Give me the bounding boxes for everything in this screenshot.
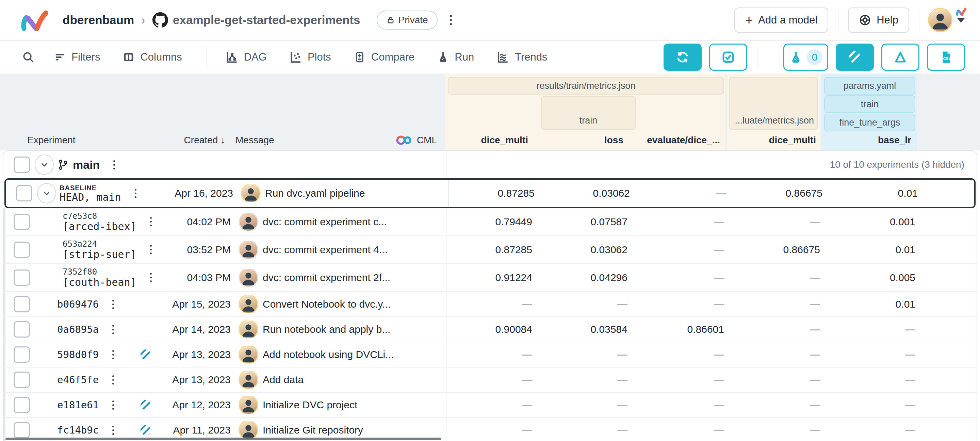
group-header-results-train-metrics[interactable]: results/train/metrics.json [448,77,724,95]
column-header-dice-multi[interactable]: dice_multi [442,135,533,150]
row-checkbox[interactable] [14,296,30,312]
metric-value: — [826,374,921,385]
filters-button[interactable]: Filters [54,51,100,63]
metric-value: — [538,399,633,411]
row-checkbox[interactable] [14,422,30,438]
breadcrumb-repo[interactable]: example-get-started-experiments [153,12,360,28]
group-header-evaluate-metrics[interactable]: ...luate/metrics.json [729,77,818,130]
dag-label: DAG [244,51,267,63]
experiment-row-653a224[interactable]: 653a224 [strip-suer] 03:52 PM dvc: commi… [3,236,977,264]
row-menu-kebab[interactable] [108,423,119,438]
column-header-cml[interactable]: CML [394,135,437,146]
dag-button[interactable]: DAG [226,51,267,64]
breadcrumb-separator-icon: › [142,13,145,27]
metric-value: — [633,244,730,256]
column-header-message[interactable]: Message [235,135,274,146]
branch-checkbox[interactable] [14,156,30,173]
row-menu-kebab[interactable] [145,270,156,285]
metric-value: — [730,216,826,228]
horizontal-scrollbar[interactable] [5,438,441,440]
experiment-row-c7e53c8[interactable]: c7e53c8 [arced-ibex] 04:02 PM dvc: commi… [3,208,977,236]
row-menu-kebab[interactable] [108,347,119,362]
compare-button[interactable]: Compare [353,51,415,63]
studio-logo-icon[interactable] [19,6,50,34]
metric-value: 0.86675 [730,244,826,256]
metric-value: — [730,298,826,310]
breadcrumb-owner[interactable]: dberenbaum [63,13,134,27]
experiments-table: main 10 of 10 experiments (3 hidden) BAS… [3,150,977,441]
row-checkbox[interactable] [16,185,32,201]
row-metrics: 0.872850.03062—0.866750.01 [446,236,977,263]
plots-label: Plots [308,51,331,63]
add-model-button[interactable]: + Add a model [734,8,828,33]
branch-menu-kebab[interactable] [108,158,120,172]
repo-menu-kebab[interactable] [445,12,457,28]
metric-value: — [447,349,538,360]
experiments-summary: 10 of 10 experiments (3 hidden) [830,159,977,170]
select-rows-button[interactable] [709,43,747,71]
metric-value: — [538,424,633,436]
row-checkbox[interactable] [14,346,30,363]
column-header-created[interactable]: Created ↓ [151,135,229,146]
group-header-train[interactable]: train [541,96,636,130]
experiment-row-7352f80[interactable]: 7352f80 [couth-bean] 04:03 PM dvc: commi… [3,264,977,292]
created-cell: Apr 11, 2023 [156,424,235,436]
row-checkbox[interactable] [14,269,30,286]
group-header-fine-tune-args[interactable]: fine_tune_args [824,114,915,131]
search-button[interactable] [22,51,35,64]
row-checkbox[interactable] [14,214,30,230]
metric-value: 0.005 [826,272,921,283]
column-header-loss[interactable]: loss [533,135,629,150]
column-header-evaluate-dice[interactable]: evaluate/dice_... [629,135,725,150]
experiment-row-baseline[interactable]: BASELINE HEAD, main Apr 16, 2023 Run dvc… [5,178,975,208]
metric-value: — [730,323,826,335]
metric-value: — [633,349,730,360]
user-menu[interactable] [929,9,965,31]
group-header-params-train[interactable]: train [824,95,915,113]
row-checkbox[interactable] [14,372,30,388]
metric-value: 0.87285 [447,244,538,256]
row-menu-kebab[interactable] [130,186,141,201]
commit-message: Add data [263,374,304,385]
column-header-dice-multi-2[interactable]: dice_multi [725,135,821,150]
help-button[interactable]: Help [848,8,909,33]
row-menu-kebab[interactable] [108,322,119,337]
collapse-branch-button[interactable] [35,154,54,175]
row-menu-kebab[interactable] [108,297,119,312]
row-menu-kebab[interactable] [145,214,156,229]
experiment-row-e181e61[interactable]: e181e61 Apr 12, 2023 Initialize DVC proj… [3,393,977,418]
experiment-row-0a6895a[interactable]: 0a6895a Apr 14, 2023 Run notebook and ap… [3,317,977,342]
group-header-params-yaml[interactable]: params.yaml [824,77,915,95]
row-checkbox[interactable] [14,397,30,413]
author-avatar [242,185,259,202]
metric-value: — [635,188,732,199]
column-header-experiment[interactable]: Experiment [27,135,76,146]
created-cell: 03:52 PM [156,244,235,256]
toggle-hidden-button[interactable] [836,43,874,71]
experiment-row-e46f5fe[interactable]: e46f5fe Apr 13, 2023 Add data ————— [3,368,977,393]
refresh-button[interactable] [663,43,702,71]
collapse-commit-button[interactable] [37,183,56,204]
experiment-row-b069476[interactable]: b069476 Apr 15, 2023 Convert Notebook to… [3,292,977,317]
caret-down-icon [957,18,965,23]
commit-message: Convert Notebook to dvc.y... [263,298,391,310]
row-checkbox[interactable] [14,321,30,338]
experiment-row-598d0f9[interactable]: 598d0f9 Apr 13, 2023 Add notebook using … [3,342,977,368]
delta-view-button[interactable] [881,43,920,71]
experiment-name: BASELINE HEAD, main [60,184,121,203]
row-menu-kebab[interactable] [108,398,119,412]
commit-hash: fc14b9c [57,424,99,436]
columns-button[interactable]: Columns [123,51,182,63]
export-csv-button[interactable]: CSV [927,43,965,71]
row-metrics: ————— [446,368,977,392]
row-menu-kebab[interactable] [108,373,119,387]
row-checkbox[interactable] [14,242,30,258]
trends-button[interactable]: Trends [496,51,547,64]
column-header-base-lr[interactable]: base_lr [821,135,917,150]
runs-counter-button[interactable]: 0 [783,43,828,71]
run-button[interactable]: Run [437,51,474,63]
row-menu-kebab[interactable] [145,242,156,257]
branch-row-main[interactable]: main 10 of 10 experiments (3 hidden) [3,151,977,178]
plots-button[interactable]: Plots [289,51,331,64]
divider [919,9,920,31]
